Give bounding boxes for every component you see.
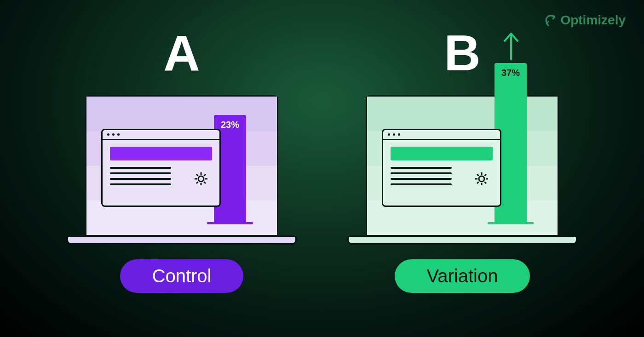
browser-chrome-a [103, 130, 219, 140]
comparison-panels: A 23% [0, 0, 644, 293]
svg-line-5 [196, 174, 198, 176]
hero-bar-b [391, 147, 493, 160]
hero-bar-a [110, 147, 212, 160]
panel-variation: B 37% [347, 28, 577, 293]
browser-mock-b [382, 129, 501, 207]
arrow-up-icon [501, 31, 521, 60]
stage-b: 37% [347, 84, 577, 245]
svg-line-15 [477, 174, 479, 176]
svg-line-17 [477, 182, 479, 184]
percent-a: 23% [221, 120, 239, 224]
laptop-base-b [347, 235, 577, 245]
gear-icon [472, 170, 491, 188]
panel-control: A 23% [67, 28, 297, 293]
percent-b: 37% [501, 68, 520, 224]
letter-b: B [444, 28, 480, 78]
brand-name: Optimizely [560, 13, 626, 28]
svg-line-6 [204, 182, 206, 184]
label-control: Control [120, 259, 244, 293]
svg-line-18 [485, 174, 487, 176]
laptop-base-a [67, 235, 297, 245]
svg-point-10 [479, 176, 484, 182]
svg-point-0 [198, 176, 204, 182]
browser-chrome-b [383, 130, 500, 140]
svg-line-7 [196, 182, 198, 184]
optimizely-icon [544, 13, 558, 27]
metric-bar-foot-a [207, 222, 253, 224]
metric-bar-foot-b [488, 222, 534, 224]
brand-logo: Optimizely [544, 13, 626, 28]
svg-line-8 [204, 174, 206, 176]
browser-mock-a [101, 129, 221, 207]
svg-line-16 [485, 182, 487, 184]
letter-a: A [163, 28, 200, 78]
gear-icon [192, 170, 210, 188]
label-variation: Variation [395, 259, 530, 293]
stage-a: 23% [67, 84, 297, 245]
